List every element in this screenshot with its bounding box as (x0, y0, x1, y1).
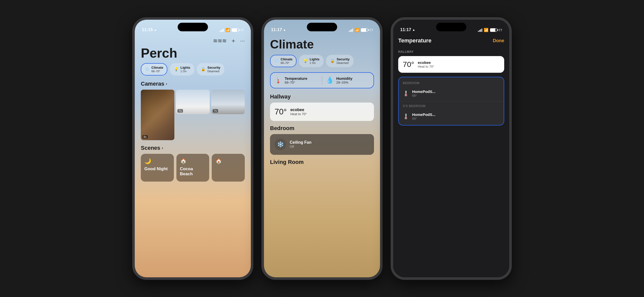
temperature-label: Temperature (285, 76, 307, 81)
phone3-title: Temperature (398, 37, 432, 44)
camera-feed-1 (141, 90, 174, 140)
scenes-grid: 🌙 Good Night 🏠 Cocoa Beach 🏠 (141, 154, 245, 182)
ecobee-status: Heat to 70° (290, 112, 307, 116)
battery-icon-1 (232, 28, 239, 32)
tab-lights-1[interactable]: 💡 Lights 1 On (170, 63, 194, 76)
cameras-grid: 8s 7s 7s (141, 90, 245, 140)
status-icons-3: 📶 77 (478, 28, 502, 32)
wifi-icon-3: 📶 (484, 28, 489, 32)
fan-status: Off (290, 145, 311, 148)
camera-cell-1[interactable]: 8s (141, 90, 174, 140)
hallway-title: Hallway (270, 93, 374, 100)
humidity-value: 29–33% (336, 81, 353, 84)
thermo-icon-ss-bedroom: 🌡️ (403, 113, 409, 119)
more-icon[interactable]: ··· (240, 38, 245, 44)
done-button[interactable]: Done (493, 38, 504, 43)
battery-pct-1: 77 (240, 28, 244, 32)
bedroom-label-inner: BEDROOM (399, 78, 504, 86)
homepod-ss-bedroom-name: HomePodS... (412, 112, 436, 117)
bedroom-title-2: Bedroom (270, 125, 374, 132)
status-icons-1: 📶 77 (220, 28, 244, 32)
climate-sub-cards[interactable]: 🌡️ Temperature 68–70° 💧 Humidity 29–33% (270, 72, 374, 88)
wifi-icon-2: 📶 (355, 28, 359, 32)
ecobee-card-3[interactable]: 70° ecobee Heat to 70° (398, 56, 504, 73)
homepod-bedroom-temp: 68° (412, 94, 436, 97)
tab-lights-2[interactable]: 💡 Lights 1 On (299, 55, 324, 67)
dynamic-island-3 (436, 23, 466, 31)
battery-icon-3 (490, 28, 497, 32)
cameras-arrow: › (166, 82, 167, 86)
phone-1: 11:15 ▲ 📶 77 (132, 17, 253, 280)
humidity-card[interactable]: 💧 Humidity 29–33% (326, 76, 370, 84)
tab-climate-2[interactable]: ❄️ Climate 68–70° (270, 55, 297, 67)
bedroom-section-3: BEDROOM 🌡️ HomePodS... 68° S'S BEDROOM 🌡… (398, 77, 504, 126)
homepod-bedroom-name: HomePodS... (412, 89, 436, 94)
fan-icon-circle: ❄️ (275, 139, 286, 150)
ecobee-card[interactable]: 70° ecobee Heat to 70° (270, 103, 374, 121)
good-night-icon: 🌙 (144, 158, 170, 164)
bedroom-grouped-cards[interactable]: BEDROOM 🌡️ HomePodS... 68° S'S BEDROOM 🌡… (398, 77, 504, 126)
status-time-3: 11:17 ▲ (400, 27, 415, 32)
camera-cell-2[interactable]: 7s (176, 90, 209, 114)
signal-bars-1 (220, 28, 224, 32)
camera-cell-3[interactable]: 7s (211, 90, 245, 114)
temperature-card[interactable]: 🌡️ Temperature 68–70° (274, 76, 318, 84)
phone-3: 11:17 ▲ 📶 77 (391, 17, 512, 280)
humidity-label: Humidity (336, 76, 353, 81)
scene3-icon: 🏠 (215, 158, 241, 164)
add-icon[interactable]: + (232, 37, 235, 44)
bedroom-section-2: Bedroom ❄️ Ceiling Fan Off (270, 125, 374, 155)
phone3-header: Temperature Done (398, 37, 504, 44)
cocoa-beach-icon: 🏠 (180, 158, 206, 164)
battery-pct-3: 77 (499, 28, 502, 32)
living-room-section: Living Room (270, 159, 374, 165)
ecobee-temp: 70° (275, 107, 287, 116)
location-icon-2: ▲ (283, 28, 286, 32)
scenes-header[interactable]: Scenes › (141, 145, 245, 151)
phone1-content: ≋≋≋ + ··· Perch ❄️ Climate 68–70° (135, 34, 251, 277)
hallway-section: Hallway 70° ecobee Heat to 70° (270, 93, 374, 121)
phone1-top-bar: ≋≋≋ + ··· (141, 37, 245, 44)
phone3-content: Temperature Done HALLWAY 70° ecobee Heat… (393, 34, 509, 277)
battery-pct-2: 77 (369, 28, 373, 32)
lights-tab-icon-2: 💡 (303, 59, 308, 63)
filter-tabs-1: ❄️ Climate 68–70° 💡 Lights 1 On (141, 63, 245, 76)
climate-divider (322, 76, 322, 84)
battery-icon-2 (361, 28, 368, 32)
scenes-arrow: › (162, 146, 163, 150)
ecobee-name: ecobee (290, 108, 307, 112)
tab-security-1[interactable]: 🔒 Security Disarmed (197, 63, 224, 76)
camera-timer-2: 7s (177, 109, 183, 113)
good-night-label: Good Night (144, 166, 170, 171)
ceiling-fan-card[interactable]: ❄️ Ceiling Fan Off (270, 134, 374, 155)
location-icon-1: ▲ (154, 28, 157, 32)
tab-security-2[interactable]: 🔒 Security Disarmed (326, 55, 354, 67)
hallway-title-3: HALLWAY (398, 50, 504, 54)
tab-climate-1[interactable]: ❄️ Climate 68–70° (141, 63, 167, 76)
fan-name: Ceiling Fan (290, 140, 311, 145)
phone2-title: Climate (270, 37, 374, 51)
cameras-header[interactable]: Cameras › (141, 81, 245, 87)
scene-cocoa-beach[interactable]: 🏠 Cocoa Beach (176, 154, 209, 182)
climate-tab-icon-1: ❄️ (145, 67, 150, 71)
hallway-section-3: HALLWAY 70° ecobee Heat to 70° (398, 50, 504, 73)
scene-third[interactable]: 🏠 (212, 154, 245, 182)
phone1-title: Perch (141, 46, 245, 60)
homepod-bedroom-item[interactable]: 🌡️ HomePodS... 68° (399, 86, 504, 101)
scene-good-night[interactable]: 🌙 Good Night (141, 154, 174, 182)
status-time-2: 11:17 ▲ (271, 27, 286, 32)
status-icons-2: 📶 77 (349, 28, 373, 32)
temperature-value: 68–70° (285, 81, 307, 84)
dynamic-island-1 (178, 23, 208, 31)
phone2-content: Climate ❄️ Climate 68–70° 💡 Lights (264, 34, 380, 277)
signal-bars-2 (349, 28, 353, 32)
waveform-icon[interactable]: ≋≋≋ (213, 38, 227, 44)
cameras-title: Cameras (141, 81, 164, 87)
ss-bedroom-label: S'S BEDROOM (399, 101, 504, 109)
lights-tab-icon-1: 💡 (174, 67, 179, 71)
wifi-icon-1: 📶 (225, 28, 230, 32)
homepod-ss-bedroom-item[interactable]: 🌡️ HomePodS... 68° (399, 109, 504, 124)
fan-icon: ❄️ (277, 141, 284, 148)
security-tab-icon-1: 🔒 (201, 67, 206, 71)
dynamic-island-2 (307, 23, 337, 31)
